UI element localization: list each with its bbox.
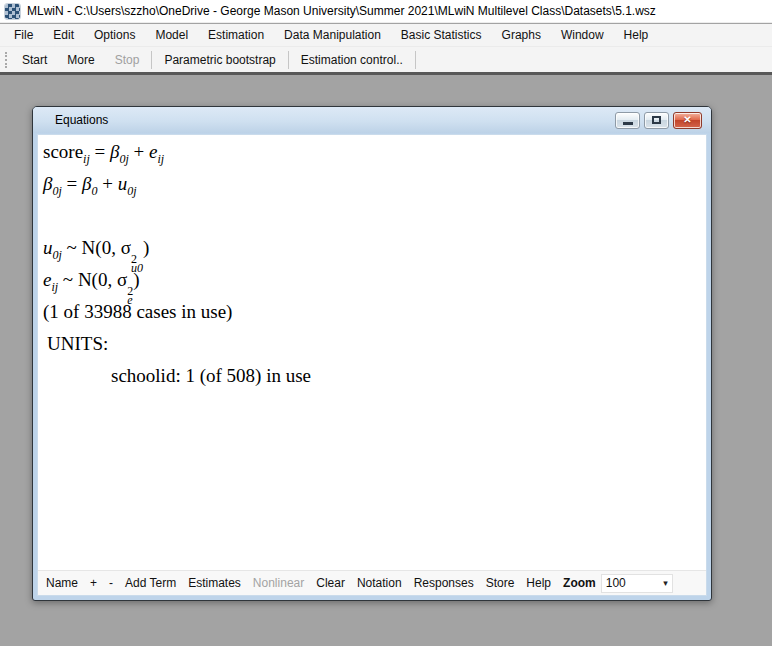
minus-button[interactable]: -	[103, 573, 119, 593]
maximize-button[interactable]	[644, 112, 669, 129]
notation-button[interactable]: Notation	[351, 573, 408, 593]
app-titlebar: MLwiN - C:\Users\szzho\OneDrive - George…	[0, 0, 772, 23]
equation-line	[43, 200, 706, 232]
menu-window[interactable]: Window	[551, 25, 614, 45]
stop-button: Stop	[105, 49, 150, 71]
minimize-icon	[623, 122, 633, 125]
equation-area[interactable]: scoreij = β0j + eijβ0j = β0 + u0j u0j ~ …	[38, 135, 706, 570]
equation-line: schoolid: 1 (of 508) in use	[43, 360, 706, 392]
help-button[interactable]: Help	[520, 573, 557, 593]
equation-line: UNITS:	[43, 328, 706, 360]
menu-graphs[interactable]: Graphs	[492, 25, 551, 45]
equation-line: scoreij = β0j + eij	[43, 136, 706, 168]
equations-titlebar[interactable]: Equations ✕	[33, 107, 711, 133]
zoom-label: Zoom	[557, 573, 599, 593]
window-controls: ✕	[615, 112, 702, 129]
mlwin-app-icon	[5, 4, 20, 19]
menu-help[interactable]: Help	[614, 25, 659, 45]
minimize-button[interactable]	[615, 112, 640, 129]
equation-line: (1 of 33988 cases in use)	[43, 296, 706, 328]
mlwin-application: MLwiN - C:\Users\szzho\OneDrive - George…	[0, 0, 772, 646]
clear-button[interactable]: Clear	[310, 573, 351, 593]
zoom-dropdown[interactable]: 100 ▾	[601, 574, 673, 593]
toolbar-separator	[151, 51, 152, 69]
dropdown-arrow-icon: ▾	[663, 578, 668, 588]
app-title: MLwiN - C:\Users\szzho\OneDrive - George…	[27, 4, 656, 18]
estimation-control-button[interactable]: Estimation control..	[291, 49, 413, 71]
more-button[interactable]: More	[57, 49, 104, 71]
responses-button[interactable]: Responses	[408, 573, 480, 593]
add-term-button[interactable]: Add Term	[119, 573, 182, 593]
equations-toolbar: Name + - Add Term Estimates Nonlinear Cl…	[38, 570, 706, 595]
name-button[interactable]: Name	[40, 573, 84, 593]
close-button[interactable]: ✕	[673, 112, 702, 129]
menu-data-manipulation[interactable]: Data Manipulation	[274, 25, 391, 45]
equations-window-title: Equations	[55, 113, 108, 127]
menu-basic-statistics[interactable]: Basic Statistics	[391, 25, 492, 45]
mdi-workspace: Equations ✕ scoreij = β0j + eijβ0j = β0 …	[0, 72, 772, 646]
zoom-value: 100	[606, 576, 663, 590]
menu-options[interactable]: Options	[84, 25, 145, 45]
maximize-icon	[652, 116, 661, 124]
parametric-bootstrap-button[interactable]: Parametric bootstrap	[154, 49, 285, 71]
equations-window: Equations ✕ scoreij = β0j + eijβ0j = β0 …	[32, 106, 712, 601]
menu-edit[interactable]: Edit	[43, 25, 84, 45]
toolbar-separator	[288, 51, 289, 69]
estimates-button[interactable]: Estimates	[182, 573, 247, 593]
close-icon: ✕	[683, 115, 691, 125]
equations-window-body: scoreij = β0j + eijβ0j = β0 + u0j u0j ~ …	[37, 134, 707, 596]
menu-model[interactable]: Model	[145, 25, 198, 45]
menubar: File Edit Options Model Estimation Data …	[0, 24, 772, 46]
nonlinear-button: Nonlinear	[247, 573, 310, 593]
menu-estimation[interactable]: Estimation	[198, 25, 274, 45]
plus-button[interactable]: +	[84, 573, 103, 593]
equation-line: β0j = β0 + u0j	[43, 168, 706, 200]
main-toolbar: Start More Stop Parametric bootstrap Est…	[0, 46, 772, 72]
menu-file[interactable]: File	[4, 25, 43, 45]
store-button[interactable]: Store	[480, 573, 521, 593]
toolbar-grip-icon	[5, 52, 8, 68]
start-button[interactable]: Start	[12, 49, 57, 71]
equation-line: u0j ~ N(0, σ2u0)	[43, 232, 706, 264]
toolbar-separator	[415, 51, 416, 69]
